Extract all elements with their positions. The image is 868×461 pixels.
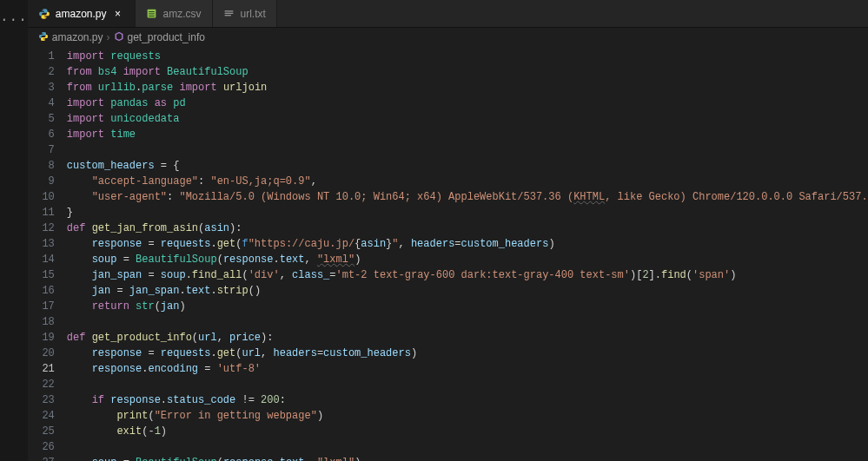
code-line[interactable]: response = requests.get(url, headers=cus… <box>67 346 868 361</box>
line-number: 19 <box>28 330 55 346</box>
line-number: 1 <box>28 49 55 64</box>
code-line[interactable] <box>67 377 868 392</box>
py-file-icon <box>38 8 50 20</box>
line-number: 14 <box>28 252 55 267</box>
code-line[interactable]: def get_jan_from_asin(asin): <box>67 221 868 236</box>
close-icon[interactable]: × <box>112 8 124 20</box>
line-number: 2 <box>28 64 55 80</box>
code-line[interactable]: import pandas as pd <box>67 95 868 111</box>
line-number: 11 <box>28 205 55 221</box>
line-number: 8 <box>28 158 55 174</box>
code-line[interactable]: } <box>67 205 868 221</box>
activity-bar: ··· <box>0 0 28 461</box>
code-line[interactable]: import requests <box>67 49 868 64</box>
code-line[interactable] <box>67 314 868 330</box>
svg-rect-1 <box>149 11 155 12</box>
csv-file-icon <box>146 8 158 20</box>
breadcrumb-symbol[interactable]: get_product_info <box>128 31 205 43</box>
svg-rect-3 <box>149 16 155 16</box>
line-number: 12 <box>28 221 55 236</box>
txt-file-icon <box>223 8 235 20</box>
tab-label: amz.csv <box>163 8 202 20</box>
symbol-function-icon <box>114 31 124 44</box>
line-number: 17 <box>28 299 55 314</box>
code-line[interactable] <box>67 142 868 158</box>
line-number: 20 <box>28 346 55 361</box>
svg-rect-6 <box>225 15 231 16</box>
code-line[interactable]: response = requests.get(f"https://caju.j… <box>67 236 868 252</box>
line-number: 3 <box>28 80 55 95</box>
code-line[interactable]: soup = BeautifulSoup(response.text, "lxm… <box>67 455 868 461</box>
line-number: 15 <box>28 267 55 283</box>
tab-bar: amazon.py×amz.csvurl.txt <box>28 0 868 28</box>
line-number: 4 <box>28 95 55 111</box>
line-number: 23 <box>28 392 55 408</box>
line-number: 22 <box>28 377 55 392</box>
line-number: 7 <box>28 142 55 158</box>
code-line[interactable]: jan = jan_span.text.strip() <box>67 283 868 299</box>
breadcrumb[interactable]: amazon.py › get_product_info <box>28 28 868 47</box>
more-icon[interactable]: ··· <box>0 3 28 28</box>
line-number: 16 <box>28 283 55 299</box>
code-line[interactable]: "accept-language": "en-US,ja;q=0.9", <box>67 174 868 189</box>
tab-label: url.txt <box>241 8 266 20</box>
svg-rect-5 <box>225 13 234 14</box>
line-number: 18 <box>28 314 55 330</box>
code-line[interactable]: from urllib.parse import urljoin <box>67 80 868 95</box>
code-line[interactable]: if response.status_code != 200: <box>67 392 868 408</box>
code-line[interactable]: import time <box>67 127 868 142</box>
line-number-gutter: 1234567891011121314151617181920212223242… <box>28 47 67 461</box>
editor-main: amazon.py×amz.csvurl.txt amazon.py › get… <box>28 0 868 461</box>
code-line[interactable]: custom_headers = { <box>67 158 868 174</box>
code-line[interactable]: "user-agent": "Mozilla/5.0 (Windows NT 1… <box>67 189 868 205</box>
line-number: 25 <box>28 424 55 439</box>
tab-label: amazon.py <box>56 8 107 20</box>
code-line[interactable]: import unicodedata <box>67 111 868 127</box>
breadcrumb-file[interactable]: amazon.py <box>52 31 103 43</box>
code-line[interactable]: def get_product_info(url, price): <box>67 330 868 346</box>
line-number: 6 <box>28 127 55 142</box>
tab-amz-csv[interactable]: amz.csv <box>136 0 213 27</box>
code-line[interactable]: exit(-1) <box>67 424 868 439</box>
line-number: 5 <box>28 111 55 127</box>
line-number: 13 <box>28 236 55 252</box>
code-line[interactable]: from bs4 import BeautifulSoup <box>67 64 868 80</box>
line-number: 27 <box>28 455 55 461</box>
line-number: 9 <box>28 174 55 189</box>
line-number: 10 <box>28 189 55 205</box>
code-line[interactable] <box>67 439 868 455</box>
code-line[interactable]: print("Error in getting webpage") <box>67 408 868 424</box>
tab-url-txt[interactable]: url.txt <box>213 0 277 27</box>
code-line[interactable]: jan_span = soup.find_all('div', class_='… <box>67 267 868 283</box>
code-line[interactable]: return str(jan) <box>67 299 868 314</box>
svg-rect-4 <box>225 10 234 11</box>
line-number: 26 <box>28 439 55 455</box>
breadcrumb-separator: › <box>107 31 110 43</box>
code-line[interactable]: soup = BeautifulSoup(response.text, "lxm… <box>67 252 868 267</box>
line-number: 21 <box>28 361 55 377</box>
code-content[interactable]: import requestsfrom bs4 import Beautiful… <box>67 47 868 461</box>
python-file-icon <box>38 31 49 43</box>
code-editor[interactable]: 1234567891011121314151617181920212223242… <box>28 47 868 461</box>
code-line[interactable]: response.encoding = 'utf-8' <box>67 361 868 377</box>
svg-rect-2 <box>149 14 155 15</box>
tab-amazon-py[interactable]: amazon.py× <box>28 0 136 27</box>
line-number: 24 <box>28 408 55 424</box>
